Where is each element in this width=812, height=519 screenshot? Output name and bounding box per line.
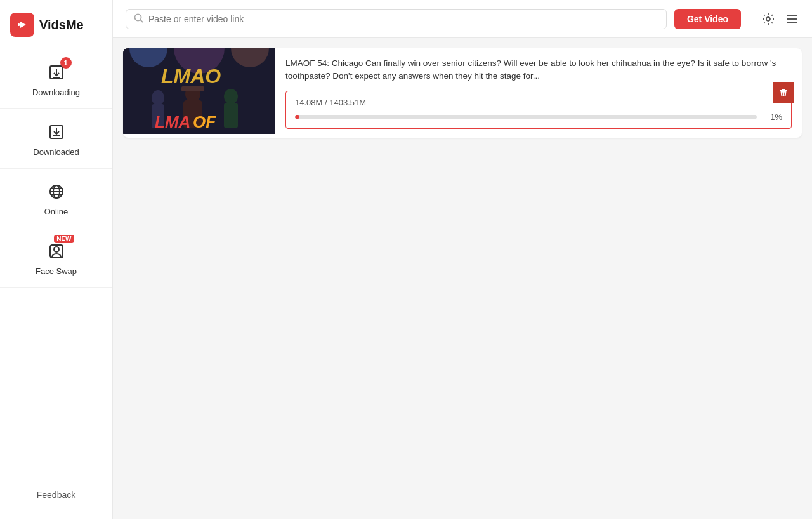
app-logo-icon: [10, 13, 34, 37]
main-content: Get Video: [113, 0, 812, 519]
svg-text:LMAO: LMAO: [161, 65, 221, 88]
download-item: LMAO LMA OF LMAOF 54: Chica: [123, 48, 802, 138]
svg-rect-2: [18, 23, 20, 26]
get-video-button[interactable]: Get Video: [674, 9, 741, 29]
progress-bar-fill: [295, 115, 299, 119]
svg-line-39: [785, 93, 785, 96]
svg-text:LMA: LMA: [155, 112, 190, 131]
search-box: [126, 9, 667, 29]
download-info: LMAOF 54: Chicago Can finally win over s…: [275, 48, 802, 138]
menu-button[interactable]: [785, 12, 799, 26]
progress-stats: 14.08M / 1403.51M: [295, 98, 782, 107]
svg-line-17: [141, 20, 143, 22]
downloading-label: Downloading: [32, 88, 80, 97]
delete-button[interactable]: [773, 82, 794, 103]
feedback-link[interactable]: Feedback: [37, 490, 75, 500]
svg-point-32: [224, 89, 238, 104]
sidebar-item-online[interactable]: Online: [0, 169, 112, 228]
svg-point-16: [135, 14, 141, 20]
downloading-badge: 1: [60, 57, 72, 69]
svg-rect-31: [181, 86, 204, 91]
svg-text:OF: OF: [193, 112, 216, 131]
face-swap-label: Face Swap: [36, 266, 77, 276]
toolbar-icons: [761, 12, 799, 26]
svg-rect-36: [782, 89, 785, 90]
downloaded-icon: [45, 121, 68, 143]
search-icon: [134, 13, 143, 25]
sidebar: VidsMe 1 Downloading Downloaded: [0, 0, 113, 519]
toolbar: Get Video: [113, 0, 812, 38]
progress-total: 1403.51M: [329, 98, 366, 107]
sidebar-item-downloading[interactable]: 1 Downloading: [0, 49, 112, 109]
search-input[interactable]: [148, 14, 658, 24]
svg-rect-33: [224, 103, 238, 128]
download-title: LMAOF 54: Chicago Can finally win over s…: [285, 57, 792, 83]
svg-point-18: [766, 17, 770, 21]
progress-bar-wrap: 1%: [295, 112, 782, 122]
svg-rect-37: [780, 90, 787, 91]
online-label: Online: [44, 207, 69, 216]
sidebar-item-downloaded[interactable]: Downloaded: [0, 109, 112, 169]
progress-container: 14.08M / 1403.51M 1%: [285, 91, 792, 129]
download-thumbnail: LMAO LMA OF: [123, 48, 275, 134]
app-name: VidsMe: [39, 18, 84, 32]
downloading-icon: 1: [45, 61, 68, 84]
logo-area: VidsMe: [0, 6, 112, 49]
sidebar-item-face-swap[interactable]: NEW Face Swap: [0, 228, 112, 288]
svg-point-27: [152, 90, 164, 105]
svg-line-38: [782, 93, 783, 96]
downloaded-label: Downloaded: [33, 147, 79, 157]
settings-button[interactable]: [761, 12, 775, 26]
progress-current: 14.08M: [295, 98, 322, 107]
progress-percent: 1%: [763, 112, 782, 122]
svg-point-15: [54, 247, 59, 252]
content-area: LMAO LMA OF LMAOF 54: Chica: [113, 38, 812, 519]
progress-bar-bg: [295, 115, 757, 119]
face-swap-icon: NEW: [45, 240, 68, 263]
face-swap-badge: NEW: [54, 235, 74, 243]
online-icon: [45, 180, 68, 203]
